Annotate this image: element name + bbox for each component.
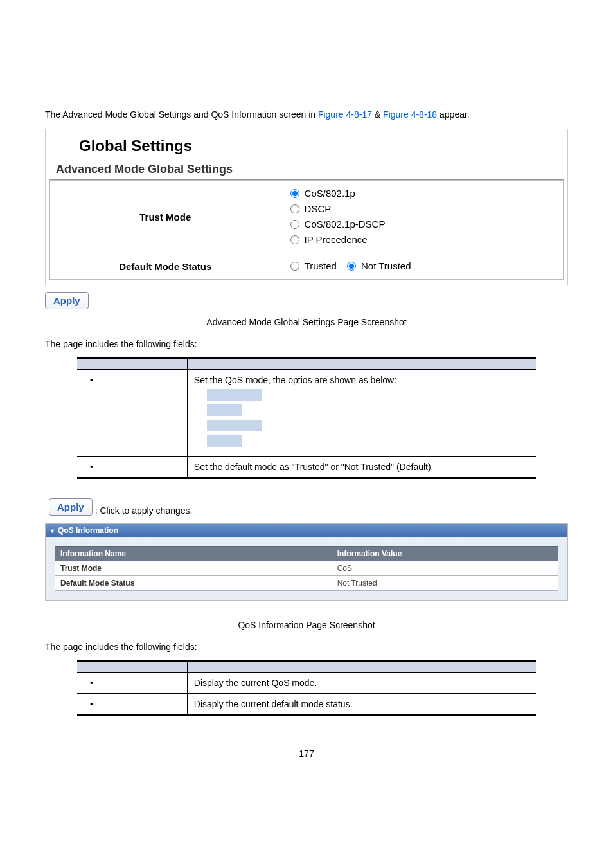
obj2-row1-object	[77, 673, 187, 694]
qos-information-panel: ▾ QoS Information Information Name Infor…	[45, 523, 568, 601]
trust-mode-label: Trust Mode	[50, 181, 281, 253]
obj1-row1-desc: Set the QoS mode, the optios are shown a…	[194, 375, 396, 385]
obj1-row2-desc: Set the default mode as "Trusted" or "No…	[187, 457, 536, 478]
trust-mode-radio-ip-precedence[interactable]	[290, 235, 299, 244]
default-mode-radio-not-trusted[interactable]	[347, 262, 356, 271]
object-table-1: Set the QoS mode, the optios are shown a…	[77, 357, 536, 479]
intro-prefix: The Advanced Mode Global Settings and Qo…	[45, 109, 318, 120]
panel-section-title: Advanced Mode Global Settings	[49, 159, 564, 180]
trust-mode-radio-cos[interactable]	[290, 189, 299, 198]
qos-info-table: Information Name Information Value Trust…	[55, 546, 558, 591]
opt-chip-2	[207, 404, 242, 416]
opt-chip-3	[207, 420, 262, 431]
trust-mode-opt-4: IP Precedence	[305, 232, 368, 248]
qos-r1-name: Trust Mode	[55, 561, 332, 576]
page-number: 177	[45, 748, 568, 759]
intro-suffix: appear.	[437, 109, 470, 120]
obj2-row2-object	[77, 694, 187, 716]
qos-r2-value: Not Trusted	[332, 576, 558, 591]
qos-th-name: Information Name	[55, 547, 332, 561]
fields-intro-1: The page includes the following fields:	[45, 339, 568, 349]
qos-r1-value: CoS	[332, 561, 558, 576]
opt-chip-1	[207, 389, 262, 401]
fields-intro-2: The page includes the following fields:	[45, 642, 568, 652]
panel-title: Global Settings	[46, 129, 567, 159]
qos-header[interactable]: ▾ QoS Information	[46, 524, 567, 537]
caption-1: Advanced Mode Global Settings Page Scree…	[45, 317, 568, 327]
obj2-header-description	[187, 661, 536, 673]
trust-mode-opt-2: DSCP	[305, 201, 332, 217]
default-mode-radio-trusted[interactable]	[290, 262, 299, 271]
trust-mode-radio-dscp[interactable]	[290, 204, 299, 213]
qos-th-value: Information Value	[332, 547, 558, 561]
trust-mode-radio-cos-dscp[interactable]	[290, 220, 299, 229]
trust-mode-opt-1: CoS/802.1p	[305, 186, 355, 201]
global-settings-panel: Global Settings Advanced Mode Global Set…	[45, 129, 568, 285]
intro-amp: &	[372, 109, 383, 120]
figure-link-1[interactable]: Figure 4-8-17	[318, 109, 372, 120]
obj2-row1-desc: Display the current QoS mode.	[187, 673, 536, 694]
settings-table: Trust Mode CoS/802.1p DSCP CoS/802.1p-DS…	[49, 180, 564, 280]
obj1-header-object	[77, 358, 187, 370]
obj1-row1-desc-cell: Set the QoS mode, the optios are shown a…	[187, 370, 536, 457]
obj2-row2-desc: Disaply the current default mode status.	[187, 694, 536, 716]
intro-text: The Advanced Mode Global Settings and Qo…	[45, 109, 568, 120]
default-mode-opt-1: Trusted	[305, 258, 337, 274]
obj1-header-description	[187, 358, 536, 370]
default-mode-opt-2: Not Trusted	[361, 258, 411, 274]
trust-mode-options-cell: CoS/802.1p DSCP CoS/802.1p-DSCP IP Prece…	[281, 181, 563, 253]
qos-r2-name: Default Mode Status	[55, 576, 332, 591]
caption-2: QoS Information Page Screenshot	[45, 620, 568, 630]
obj1-row2-object	[77, 457, 187, 478]
obj1-row1-object	[77, 370, 187, 457]
opt-chip-4	[207, 435, 242, 447]
apply-inline: Apply : Click to apply changes.	[49, 498, 568, 516]
apply-button[interactable]: Apply	[45, 292, 89, 309]
default-mode-options-cell: Trusted Not Trusted	[281, 253, 563, 280]
obj2-header-object	[77, 661, 187, 673]
chevron-down-icon: ▾	[51, 527, 54, 534]
object-table-2: Display the current QoS mode. Disaply th…	[77, 660, 536, 716]
apply-inline-text: : Click to apply changes.	[95, 505, 193, 516]
qos-header-text: QoS Information	[58, 526, 118, 535]
default-mode-status-label: Default Mode Status	[50, 253, 281, 280]
trust-mode-opt-3: CoS/802.1p-DSCP	[305, 217, 386, 232]
apply-button-inline[interactable]: Apply	[49, 498, 93, 516]
figure-link-2[interactable]: Figure 4-8-18	[383, 109, 437, 120]
